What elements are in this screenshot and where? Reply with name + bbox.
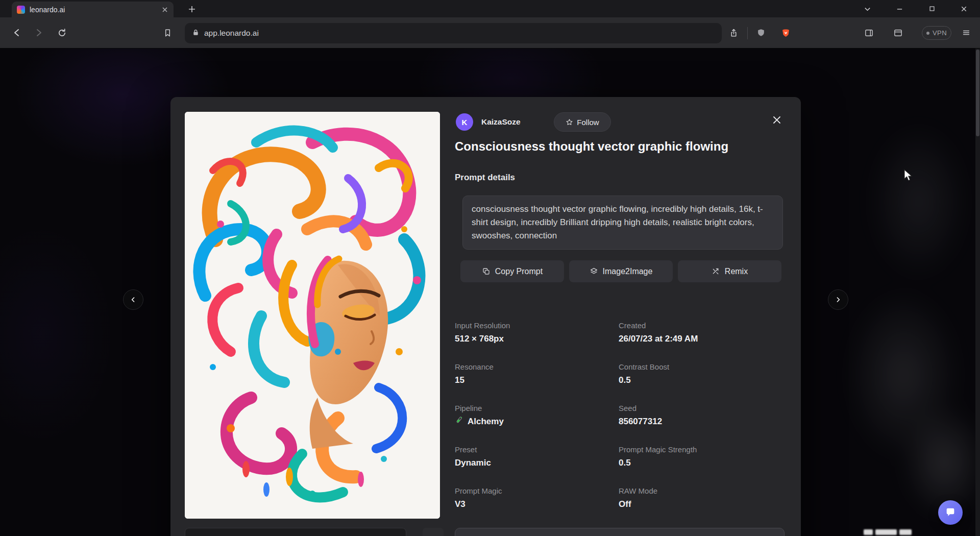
image2image-button[interactable]: Image2Image	[569, 260, 673, 282]
page-scrollbar[interactable]	[975, 48, 980, 536]
image-detail-modal: K KaizaSoze Follow Consciousness thought…	[170, 97, 801, 536]
detail-prompt-magic-strength: Prompt Magic Strength 0.5	[619, 445, 785, 469]
artwork-image[interactable]	[185, 112, 440, 519]
forward-button[interactable]	[30, 23, 48, 42]
close-window-button[interactable]	[948, 0, 980, 17]
browser-toolbar: app.leonardo.ai VPN	[0, 17, 980, 48]
artwork-svg	[185, 112, 440, 519]
star-icon	[566, 118, 573, 126]
menu-button[interactable]	[957, 23, 975, 42]
thumbnail-strip[interactable]	[185, 528, 406, 536]
chat-icon	[945, 507, 956, 518]
remix-button[interactable]: Remix	[678, 260, 781, 282]
tab-title: leonardo.ai	[30, 6, 157, 14]
thumbnail-item[interactable]	[423, 528, 444, 536]
scrollbar-thumb[interactable]	[976, 50, 979, 136]
browser-tab[interactable]: leonardo.ai	[12, 2, 174, 17]
detail-created: Created 26/07/23 at 2:49 AM	[619, 321, 785, 345]
next-image-button[interactable]	[828, 289, 848, 310]
image2image-icon	[590, 267, 598, 276]
address-bar[interactable]: app.leonardo.ai	[185, 23, 722, 43]
close-modal-button[interactable]	[769, 112, 785, 128]
avatar[interactable]: K	[456, 113, 473, 131]
toolbar-divider	[747, 27, 748, 39]
copy-prompt-button[interactable]: Copy Prompt	[460, 260, 564, 282]
detail-seed: Seed 856077312	[619, 403, 785, 428]
test-tube-icon	[455, 416, 463, 428]
close-icon	[772, 115, 782, 125]
detail-panel: K KaizaSoze Follow Consciousness thought…	[455, 97, 785, 536]
back-button[interactable]	[8, 23, 26, 42]
chevron-left-icon	[129, 296, 137, 304]
maximize-button[interactable]	[916, 0, 948, 17]
detail-preset: Preset Dynamic	[455, 445, 619, 469]
prev-image-button[interactable]	[123, 289, 143, 310]
tab-close-icon[interactable]	[161, 6, 168, 13]
detail-input-resolution: Input Resolution 512 × 768px	[455, 321, 619, 345]
new-tab-button[interactable]	[186, 3, 198, 15]
chevron-right-icon	[834, 296, 842, 304]
brave-shield-icon[interactable]	[752, 23, 770, 42]
generation-details: Input Resolution 512 × 768px Created 26/…	[455, 321, 785, 510]
background-text-fragment	[864, 529, 912, 535]
detail-prompt-magic: Prompt Magic V3	[455, 486, 619, 510]
reload-button[interactable]	[53, 23, 71, 42]
detail-raw-mode: RAW Mode Off	[619, 486, 785, 510]
url-text: app.leonardo.ai	[204, 29, 259, 38]
split-view-icon[interactable]	[889, 23, 907, 42]
support-chat-button[interactable]	[938, 500, 963, 525]
detail-pipeline: Pipeline Alchemy	[455, 403, 619, 428]
sidebar-toggle-icon[interactable]	[860, 23, 878, 42]
author-name[interactable]: KaizaSoze	[481, 117, 521, 127]
browser-titlebar: leonardo.ai	[0, 0, 980, 17]
prompt-text: consciousness thought vector graphic flo…	[462, 196, 783, 250]
follow-button[interactable]: Follow	[554, 112, 611, 132]
lock-icon	[192, 29, 200, 38]
bookmark-icon[interactable]	[158, 23, 177, 42]
tab-search-chevron-icon[interactable]	[851, 0, 884, 17]
detail-contrast-boost: Contrast Boost 0.5	[619, 362, 785, 386]
generate-with-model-button[interactable]: Generate with this model	[455, 528, 785, 536]
page-content: K KaizaSoze Follow Consciousness thought…	[0, 48, 980, 536]
detail-resonance: Resonance 15	[455, 362, 619, 386]
copy-icon	[482, 267, 491, 276]
leonardo-favicon	[17, 6, 25, 14]
vpn-dot-icon	[926, 32, 929, 35]
prompt-details-heading: Prompt details	[455, 173, 515, 183]
image-title: Consciousness thought vector graphic flo…	[455, 139, 785, 154]
share-icon[interactable]	[724, 23, 743, 42]
vpn-badge[interactable]: VPN	[922, 26, 951, 40]
prompt-actions: Copy Prompt Image2Image Remix	[460, 260, 781, 282]
brave-logo-icon[interactable]	[776, 23, 795, 42]
minimize-button[interactable]	[884, 0, 916, 17]
window-controls	[851, 0, 980, 17]
remix-icon	[712, 267, 720, 276]
